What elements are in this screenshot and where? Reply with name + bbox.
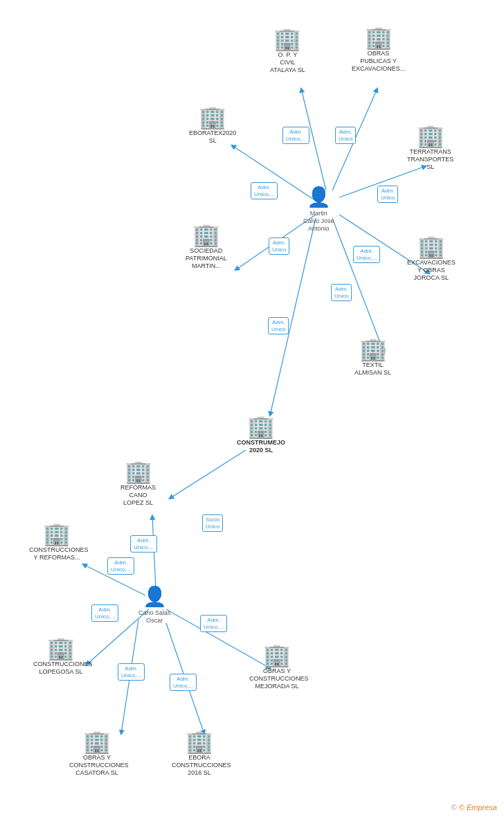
badge-adm-6: Adm.Unico,... [353,246,380,263]
label-const-reformas: CONSTRUCCIONES Y REFORMAS... [29,546,84,562]
badge-adm-13: Adm.Unico,... [118,663,145,681]
building-icon-terratrans: 🏢 [417,125,444,147]
node-cano-salas: 👤 Cano Salas Oscar [138,585,171,625]
person-icon-martin: 👤 [307,186,331,208]
node-terratrans: 🏢 TERRATRANS TRANSPORTES SL [407,125,453,170]
label-construmejo: CONSTRUMEJO 2020 SL [237,439,285,454]
svg-line-14 [170,450,246,499]
node-reformas-cano: 🏢 REFORMAS CANO LOPEZ SL [120,460,156,506]
node-obras-publicas: 🏢 OBRAS PUBLICAS Y EXCAVACIONES... [352,26,405,72]
node-soc-patrimonial: 🏢 SOCIEDAD PATRIMONIAL MARTIN... [186,224,227,269]
label-textil: TEXTIL ALMISAN SL [354,361,391,377]
node-martin-calvo: 👤 Martin Calvo Jose Antonio [303,186,334,232]
building-icon-obras-publicas: 🏢 [365,26,393,48]
badge-adm-10: Adm.Unico,... [107,557,134,575]
node-casatora: 🏢 OBRAS Y CONSTRUCCIONES CASATORA SL [69,730,125,776]
label-casatora: OBRAS Y CONSTRUCCIONES CASATORA SL [69,754,125,776]
diagram-container: 🏢 O. P. Y CIVIL ATALAYA SL 🏢 OBRAS PUBLI… [0,0,504,817]
node-excavaciones-joroca: 🏢 EXCAVACIONES Y OBRAS JOROCA SL [407,235,456,281]
watermark-text: © Empresa [459,803,497,811]
badge-adm-1: Adm.Unico,... [282,127,309,144]
label-cano: Cano Salas Oscar [138,609,171,625]
label-terratrans: TERRATRANS TRANSPORTES SL [407,148,453,170]
building-icon-mejorada: 🏢 [263,644,291,666]
node-textil-almisan: 🏢 TEXTIL ALMISAN SL [354,338,391,377]
badge-adm-12: Adm.Unico,... [200,615,227,632]
building-icon-ebora: 🏢 [186,730,213,753]
building-icon-const-reformas: 🏢 [43,523,71,545]
node-const-reformas: 🏢 CONSTRUCCIONES Y REFORMAS... [29,523,84,562]
badge-adm-8: Adm.Unico [268,317,289,334]
node-mejorada: 🏢 OBRAS Y CONSTRUCCIONES MEJORADA SL [249,644,305,690]
label-mejorada: OBRAS Y CONSTRUCCIONES MEJORADA SL [249,667,305,690]
copyright-symbol: © [451,803,457,811]
label-soc-patrimonial: SOCIEDAD PATRIMONIAL MARTIN... [186,247,227,269]
node-construmejo: 🏢 CONSTRUMEJO 2020 SL [237,415,285,454]
node-ebora: 🏢 EBORA CONSTRUCCIONES 2016 SL [172,730,227,776]
watermark: © © Empresa [451,803,497,811]
badge-adm-11: Adm.Unico,... [91,604,118,622]
label-obras-publicas: OBRAS PUBLICAS Y EXCAVACIONES... [352,50,405,72]
label-reformas-cano: REFORMAS CANO LOPEZ SL [120,484,156,506]
badge-socio-1: SocioÚnico [202,514,223,532]
node-opy-civil: 🏢 O. P. Y CIVIL ATALAYA SL [270,28,305,73]
building-icon-textil: 🏢 [359,338,387,360]
building-icon-eboratex: 🏢 [199,106,226,128]
building-icon-lopegosa: 🏢 [47,637,75,659]
node-eboratex: 🏢 EBORATEX2020 SL [189,106,236,145]
building-icon-construmejo: 🏢 [247,415,275,438]
building-icon-reformas-cano: 🏢 [125,460,152,483]
label-eboratex: EBORATEX2020 SL [189,129,236,145]
label-ebora: EBORA CONSTRUCCIONES 2016 SL [172,754,227,776]
badge-adm-4: Adm.Unico [377,186,398,203]
person-icon-cano: 👤 [143,585,167,608]
label-martin: Martin Calvo Jose Antonio [303,210,334,232]
badge-adm-7: Adm.Unico [331,284,352,301]
badge-adm-5: Adm.Unico [269,237,289,255]
badge-adm-2: Adm.Unico [335,127,356,144]
building-icon-opy: 🏢 [273,28,301,50]
badge-adm-3: Adm.Unico,... [251,182,278,199]
node-lopegosa: 🏢 CONSTRUCCIONES LOPEGOSA SL [33,637,89,676]
building-icon-joroca: 🏢 [417,235,445,258]
badge-adm-9: Adm.Unico,... [130,535,157,553]
label-lopegosa: CONSTRUCCIONES LOPEGOSA SL [33,661,89,676]
building-icon-casatora: 🏢 [83,730,111,753]
label-joroca: EXCAVACIONES Y OBRAS JOROCA SL [407,259,456,281]
building-icon-soc-patrimonial: 🏢 [192,224,220,246]
label-opy: O. P. Y CIVIL ATALAYA SL [270,51,305,73]
badge-adm-14: Adm.Unico,... [170,674,197,691]
arrows-svg [0,0,504,817]
